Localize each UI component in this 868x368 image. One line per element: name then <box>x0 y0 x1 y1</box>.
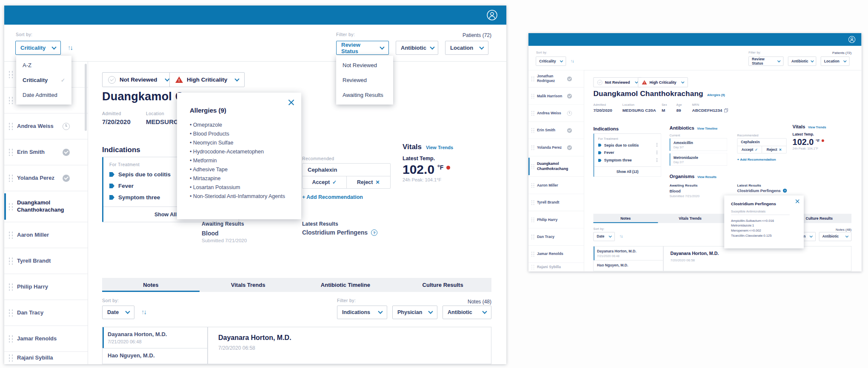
criticality-chip[interactable]: High Criticality <box>169 72 245 87</box>
drag-handle-icon[interactable] <box>531 128 534 133</box>
review-menu-item-awaiting-results[interactable]: Awaiting Results <box>336 88 393 102</box>
sort-dropdown[interactable]: Criticality <box>15 41 61 55</box>
sort-menu-item-criticality[interactable]: Criticality ✓ <box>16 73 71 88</box>
patient-list-item[interactable]: Yolanda Perez <box>528 139 584 156</box>
note-list-item-selected[interactable]: Dayanara Horton, M.D. 7/21/2020 06:48 <box>103 327 207 348</box>
drag-handle-icon[interactable] <box>9 232 13 239</box>
review-menu-item-not-reviewed[interactable]: Not Reviewed <box>336 58 393 73</box>
tab-vitals-trends[interactable]: Vitals Trends <box>658 214 722 223</box>
drag-handle-icon[interactable] <box>9 71 13 78</box>
kebab-menu-icon[interactable] <box>657 158 657 159</box>
accept-button[interactable]: Accept ✓ <box>303 176 347 188</box>
view-trends-link[interactable]: View Trends <box>808 125 826 129</box>
drag-handle-icon[interactable] <box>9 335 13 343</box>
sidebar-scrollbar[interactable] <box>85 64 87 131</box>
notes-sort-direction-toggle[interactable]: ↑↓ <box>619 234 622 238</box>
notes-sort-direction-toggle[interactable]: ↑↓ <box>141 308 146 315</box>
filter-antibiotic-dropdown[interactable]: Antibiotic <box>788 57 816 66</box>
drag-handle-icon[interactable] <box>9 203 13 210</box>
organism-info-icon[interactable]: ? <box>371 229 377 236</box>
sort-direction-toggle[interactable]: ↑↓ <box>68 44 72 51</box>
note-list-item[interactable]: Hao Nguyen, M.D. <box>103 348 207 362</box>
notes-sort-dropdown[interactable]: Date <box>102 306 134 319</box>
patient-list-item[interactable]: Aaron Miller <box>4 222 88 248</box>
show-all-button[interactable]: Show All (12) <box>594 167 660 177</box>
patient-list-item[interactable]: Rajani Sybilla <box>4 352 88 364</box>
tab-notes[interactable]: Notes <box>102 278 200 292</box>
reject-button[interactable]: Reject ✕ <box>347 176 391 188</box>
user-avatar-icon[interactable] <box>486 9 498 21</box>
filter-location-dropdown[interactable]: Location <box>821 57 850 66</box>
patient-list-item[interactable]: Malik Harrison <box>528 88 584 105</box>
sort-direction-toggle[interactable]: ↑↓ <box>571 59 574 63</box>
drag-handle-icon[interactable] <box>9 354 13 362</box>
add-recommendation-link[interactable]: + Add Recommendation <box>737 158 776 161</box>
drag-handle-icon[interactable] <box>531 265 534 269</box>
close-icon[interactable] <box>795 199 799 204</box>
organism-info-icon[interactable]: ? <box>783 189 787 192</box>
tab-vitals-trends[interactable]: Vitals Trends <box>200 278 297 292</box>
indication-item[interactable]: Sepis due to colitis <box>598 143 639 147</box>
view-timeline-link[interactable]: View Timeline <box>697 127 717 130</box>
drag-handle-icon[interactable] <box>531 145 534 150</box>
indication-item[interactable]: Fever <box>598 150 614 155</box>
sort-menu-item-date-admitted[interactable]: Date Admitted <box>16 88 71 102</box>
drag-handle-icon[interactable] <box>531 93 534 98</box>
reject-button[interactable]: Reject ✕ <box>762 146 786 153</box>
drag-handle-icon[interactable] <box>9 175 13 182</box>
drag-handle-icon[interactable] <box>9 149 13 156</box>
patient-list-item[interactable]: Jamar Renolds <box>528 246 584 263</box>
notes-filter-antibiotic[interactable]: Antibiotic <box>443 306 491 319</box>
patient-list-item[interactable]: Tyrell Brandt <box>528 194 584 211</box>
criticality-chip[interactable]: High Criticality <box>638 77 688 87</box>
notes-filter-physician[interactable]: Physician <box>392 306 437 319</box>
drag-handle-icon[interactable] <box>531 183 534 187</box>
indication-item[interactable]: Fever <box>109 183 134 189</box>
filter-review-status-dropdown[interactable]: Review Status <box>748 57 783 66</box>
patient-list-item[interactable]: Andrea Weiss <box>528 105 584 122</box>
close-icon[interactable] <box>288 99 294 105</box>
drag-handle-icon[interactable] <box>9 258 13 265</box>
kebab-menu-icon[interactable] <box>657 150 657 151</box>
allergies-link[interactable]: Allergies (9) <box>707 93 725 96</box>
sort-menu-item-az[interactable]: A-Z <box>16 58 71 73</box>
review-menu-item-reviewed[interactable]: Reviewed <box>336 73 393 88</box>
patient-list-item[interactable]: Dan Tracy <box>4 300 88 326</box>
drag-handle-icon[interactable] <box>531 235 534 239</box>
notes-filter-antibiotic[interactable]: Antibiotic <box>819 232 851 241</box>
patient-list-item[interactable]: Jonathan Rodriguez <box>528 71 584 88</box>
drag-handle-icon[interactable] <box>531 76 534 81</box>
sort-dropdown[interactable]: Criticality <box>536 57 566 66</box>
patient-list-item[interactable]: Jamar Renolds <box>4 326 88 352</box>
tab-culture-results[interactable]: Culture Results <box>394 278 491 292</box>
patient-list-item[interactable]: Philip Harry <box>4 274 88 300</box>
notes-filter-indications[interactable]: Indications <box>337 306 387 319</box>
view-trends-link[interactable]: View Trends <box>426 145 453 150</box>
patient-list-item[interactable]: Andrea Weiss <box>4 113 88 139</box>
accept-button[interactable]: Accept ✓ <box>737 146 762 153</box>
patient-list-item[interactable]: Dan Tracy <box>528 228 584 245</box>
filter-review-status-dropdown[interactable]: Review Status <box>336 41 389 55</box>
drag-handle-icon[interactable] <box>531 252 534 256</box>
drag-handle-icon[interactable] <box>531 111 534 116</box>
filter-antibiotic-dropdown[interactable]: Antibiotic <box>396 41 438 55</box>
indication-item[interactable]: Symptom three <box>109 194 160 201</box>
indication-item[interactable]: Sepis due to colitis <box>109 171 171 178</box>
copy-icon[interactable] <box>724 108 728 112</box>
user-avatar-icon[interactable] <box>848 36 856 43</box>
patient-list-item[interactable]: Yolanda Perez <box>4 165 88 191</box>
drag-handle-icon[interactable] <box>531 164 534 169</box>
drag-handle-icon[interactable] <box>9 283 13 291</box>
patient-list-item[interactable]: Rajani Sybilla <box>528 263 584 271</box>
patient-list-item[interactable]: Tyrell Brandt <box>4 248 88 274</box>
patient-list-item-selected[interactable]: Duangkamol Chanthokrachang <box>4 191 88 222</box>
drag-handle-icon[interactable] <box>9 123 13 130</box>
patient-list-item[interactable]: Erin Smith <box>4 139 88 165</box>
patient-list-item-selected[interactable]: Duangkamol Chanthokrachang <box>528 156 584 177</box>
view-results-link[interactable]: View Results <box>697 176 717 179</box>
drag-handle-icon[interactable] <box>531 217 534 222</box>
notes-sort-dropdown[interactable]: Date <box>593 232 614 241</box>
tab-antibiotic-timeline[interactable]: Antibiotic Timeline <box>297 278 394 292</box>
add-recommendation-link[interactable]: + Add Recommendation <box>302 194 363 200</box>
review-status-chip[interactable]: Not Reviewed <box>102 72 175 87</box>
